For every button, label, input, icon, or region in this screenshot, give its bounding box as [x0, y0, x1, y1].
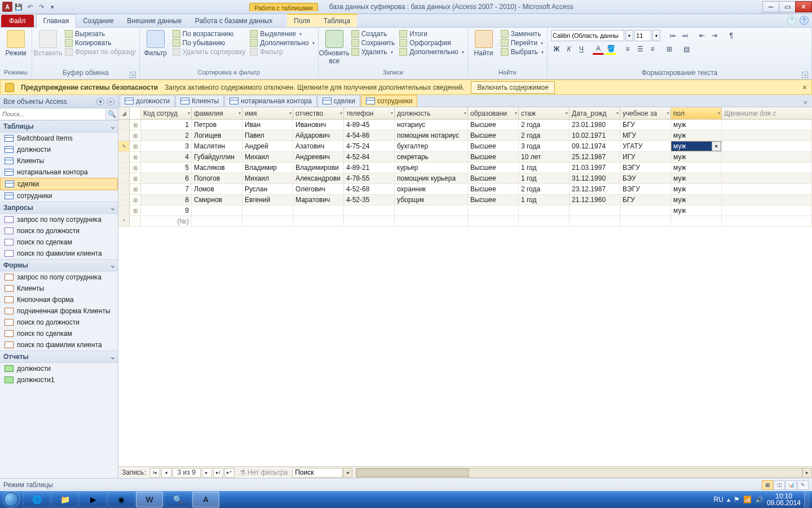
cell[interactable]: 21.12.1960 — [570, 195, 620, 205]
column-header[interactable]: стаж▾ — [519, 107, 570, 119]
tray-lang[interactable]: RU — [714, 496, 723, 503]
cell[interactable]: 4-52-35 — [344, 195, 395, 205]
cell[interactable]: Иван — [242, 120, 293, 130]
cell[interactable]: 4-52-68 — [344, 184, 395, 194]
column-dropdown-icon[interactable]: ▾ — [188, 111, 190, 116]
font-name-input[interactable] — [551, 30, 624, 41]
hscroll-thumb[interactable] — [356, 468, 469, 477]
expand-row-icon[interactable]: ⊞ — [130, 152, 141, 162]
cell[interactable]: ВЭГУ — [620, 163, 671, 173]
taskbar-mediaplayer-icon[interactable]: ▶ — [80, 492, 107, 507]
cell[interactable]: БГУ — [620, 120, 671, 130]
cell[interactable] — [344, 216, 395, 226]
increase-indent-icon[interactable]: ⇥ — [709, 30, 720, 41]
goto-button[interactable]: Перейти — [501, 39, 544, 47]
cell[interactable]: 1 — [141, 120, 192, 130]
row-header[interactable] — [118, 205, 130, 216]
cell[interactable]: Петров — [192, 120, 242, 130]
hscroll-left-button[interactable]: ◂ — [343, 468, 352, 478]
cell[interactable]: Андрей — [242, 141, 293, 151]
first-record-button[interactable]: I◂ — [150, 468, 160, 478]
cell[interactable] — [242, 216, 293, 226]
advanced-button[interactable]: Дополнительно — [250, 39, 314, 47]
cell[interactable]: 3 — [141, 141, 192, 151]
datasheet-view-icon[interactable]: ▦ — [762, 480, 773, 490]
tab-database-tools[interactable]: Работа с базами данных — [188, 15, 279, 27]
bullets-icon[interactable]: ≔ — [667, 30, 678, 41]
cell[interactable]: муж — [671, 195, 722, 205]
cell[interactable]: 1 год — [519, 173, 570, 183]
cell[interactable]: 4-89-45 — [344, 120, 395, 130]
cell[interactable]: бухгалтер — [395, 141, 468, 151]
object-tab[interactable]: сделки — [317, 95, 360, 107]
cell[interactable]: Высшее — [468, 184, 519, 194]
cell[interactable]: 4-75-24 — [344, 141, 395, 151]
no-filter-indicator[interactable]: ⚗Нет фильтра — [235, 468, 293, 476]
hscroll-right-button[interactable]: ▸ — [802, 468, 812, 478]
nav-item[interactable]: Клиенты — [0, 283, 118, 294]
minimize-ribbon-icon[interactable]: ˄ — [787, 16, 796, 25]
tab-external-data[interactable]: Внешние данные — [120, 15, 188, 27]
tab-home[interactable]: Главная — [36, 14, 77, 28]
font-size-input[interactable] — [634, 30, 651, 41]
qat-customize-icon[interactable]: ▾ — [47, 2, 58, 12]
nav-item[interactable]: нотариальная контора — [0, 167, 118, 178]
cell[interactable]: Владимир — [242, 163, 293, 173]
object-tab[interactable]: Клиенты — [175, 95, 224, 107]
column-dropdown-icon[interactable]: ▾ — [616, 111, 619, 116]
cell[interactable]: курьер — [395, 163, 468, 173]
column-dropdown-icon[interactable]: ▾ — [239, 111, 241, 116]
nav-item[interactable]: подчиненная форма Клиенты — [0, 305, 118, 317]
select-button[interactable]: Выбрать — [501, 48, 544, 56]
expand-row-icon[interactable]: ⊞ — [130, 141, 141, 151]
column-header[interactable]: образовани▾ — [468, 107, 519, 119]
cell[interactable]: Руслан — [242, 184, 293, 194]
cell[interactable]: 2 года — [519, 184, 570, 194]
expand-row-icon[interactable]: ⊞ — [130, 130, 141, 141]
cell[interactable]: 2 года — [519, 130, 570, 141]
row-header[interactable] — [118, 163, 130, 173]
cell[interactable]: помощник нотариус — [395, 130, 468, 141]
view-button[interactable]: Режим — [3, 30, 28, 57]
add-column[interactable]: Щелкните для с — [722, 107, 812, 119]
cell[interactable] — [395, 205, 468, 216]
nav-item[interactable]: должности1 — [0, 374, 118, 386]
nav-item[interactable]: сделки — [0, 178, 118, 190]
nav-item[interactable]: Кнопочная форма — [0, 294, 118, 305]
tray-volume-icon[interactable]: 🔊 — [755, 496, 764, 503]
cell[interactable]: муж — [671, 130, 722, 141]
decrease-indent-icon[interactable]: ⇤ — [696, 30, 708, 41]
sort-desc-button[interactable]: По убыванию — [173, 39, 246, 47]
cell[interactable] — [192, 216, 242, 226]
expand-row-icon[interactable]: ⊞ — [130, 163, 141, 173]
new-record-button[interactable]: Создать — [351, 30, 395, 38]
pivotchart-view-icon[interactable]: 📊 — [785, 480, 797, 490]
tray-clock[interactable]: 10:1009.06.2014 — [767, 493, 801, 506]
cell[interactable]: 4-89-21 — [344, 163, 395, 173]
taskbar-explorer-icon[interactable]: 📁 — [51, 492, 78, 507]
cell[interactable]: муж — [671, 173, 722, 183]
cell[interactable]: 4-52-84 — [344, 152, 395, 162]
cell[interactable]: Олегович — [293, 184, 344, 194]
close-button[interactable]: ✕ — [795, 1, 812, 12]
cell[interactable]: (№) — [141, 216, 192, 226]
file-tab[interactable]: Файл — [1, 15, 34, 27]
cell[interactable]: Высшее — [468, 173, 519, 183]
cell[interactable]: 21.03.1997 — [570, 163, 620, 173]
column-dropdown-icon[interactable]: ▾ — [464, 111, 466, 116]
next-record-button[interactable]: ▸ — [202, 468, 212, 478]
cell[interactable]: 4-54-86 — [344, 130, 395, 141]
column-header[interactable]: Дата_рожд▾ — [570, 107, 620, 119]
record-position[interactable]: 3 из 9 — [173, 468, 201, 478]
nav-item[interactable]: поиск по сделкам — [0, 237, 118, 248]
close-object-icon[interactable]: × — [798, 98, 812, 107]
cell[interactable]: УГАТУ — [620, 141, 671, 151]
cell[interactable]: 10 лет — [519, 152, 570, 162]
cell[interactable]: Высшее — [468, 130, 519, 141]
align-left-icon[interactable]: ≡ — [622, 43, 633, 55]
fill-color-icon[interactable]: 🪣 — [605, 43, 616, 55]
paste-button[interactable]: Вставить — [36, 30, 60, 57]
toggle-filter-button[interactable]: Фильтр — [250, 48, 314, 56]
cell[interactable]: муж — [671, 163, 722, 173]
object-tab[interactable]: сотрудники — [361, 95, 417, 107]
